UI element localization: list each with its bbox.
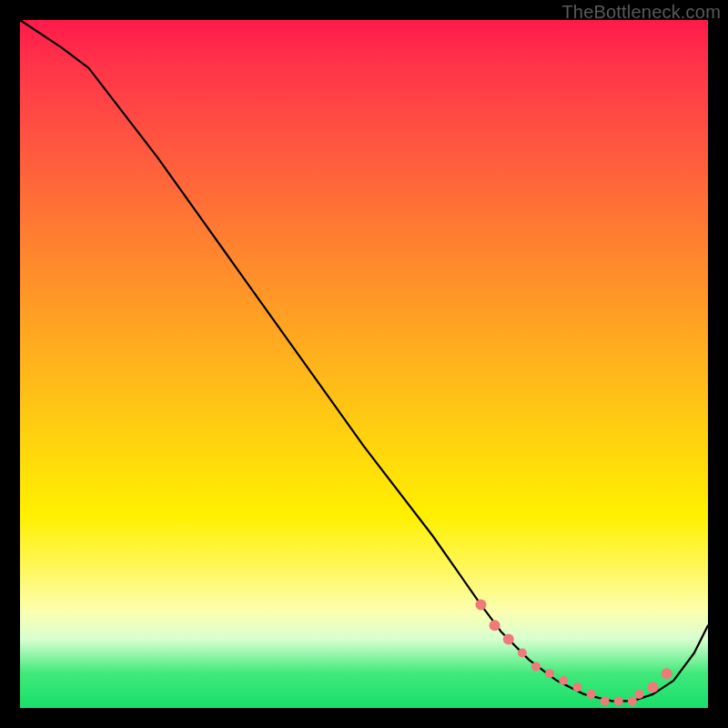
watermark-text: TheBottleneck.com bbox=[561, 2, 721, 23]
marker-dot bbox=[634, 690, 643, 699]
marker-dot bbox=[503, 633, 514, 644]
bottleneck-curve bbox=[20, 20, 708, 701]
marker-dot bbox=[490, 620, 500, 631]
marker-dot bbox=[614, 696, 623, 705]
marker-dot bbox=[587, 690, 596, 699]
marker-dot bbox=[601, 696, 610, 705]
plot-area bbox=[20, 20, 708, 708]
marker-dot bbox=[648, 682, 659, 693]
marker-dot bbox=[518, 649, 527, 658]
highlight-markers bbox=[476, 600, 672, 706]
marker-dot bbox=[559, 676, 568, 685]
marker-dot bbox=[531, 662, 541, 672]
marker-dot bbox=[572, 682, 581, 692]
marker-dot bbox=[628, 696, 637, 705]
marker-dot bbox=[545, 669, 554, 678]
chart-frame: TheBottleneck.com bbox=[0, 0, 728, 728]
curve-layer bbox=[20, 20, 708, 708]
marker-dot bbox=[662, 668, 672, 679]
marker-dot bbox=[476, 600, 487, 611]
